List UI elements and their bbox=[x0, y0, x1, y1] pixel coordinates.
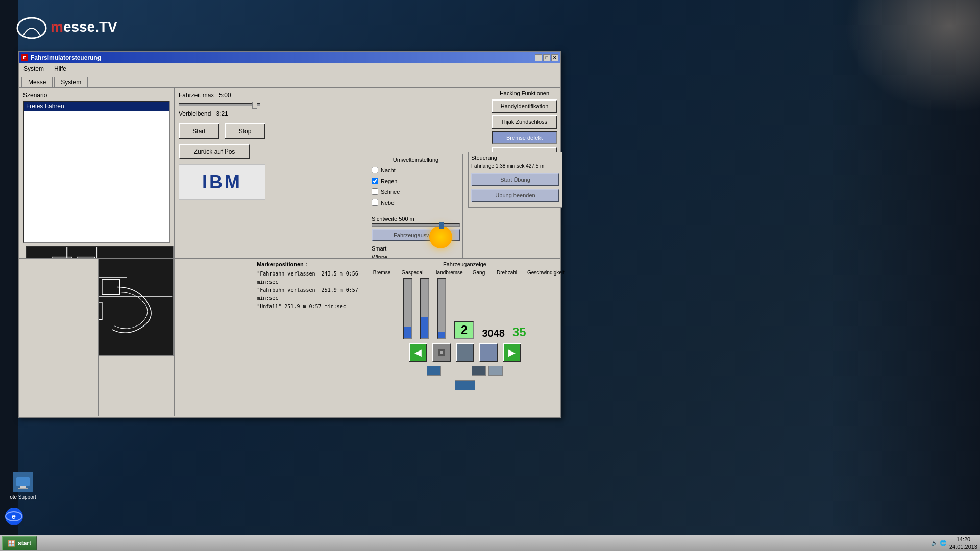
checkbox-schnee-label: Schnee bbox=[381, 189, 400, 195]
hack-btn-handy[interactable]: HandyIdentifikation bbox=[492, 99, 557, 113]
sichtweite-label: Sichtweite 500 m bbox=[372, 216, 460, 222]
drehzahl-label: Drehzahl bbox=[494, 270, 520, 276]
bremse-gauge bbox=[403, 278, 412, 339]
indicator-gray-1 bbox=[488, 366, 503, 376]
handbremse-bar bbox=[437, 278, 446, 339]
indicator-blue-1 bbox=[427, 366, 441, 376]
checkbox-nacht-label: Nacht bbox=[381, 167, 396, 173]
slider-thumb[interactable] bbox=[252, 102, 257, 109]
checkbox-nebel: Nebel bbox=[372, 199, 460, 206]
tray-icon-2: 🌐 bbox=[940, 540, 947, 546]
sichtweite-section: Sichtweite 500 m bbox=[372, 216, 460, 227]
szenario-item-freies-fahren[interactable]: Freies Fahren bbox=[24, 102, 169, 111]
hack-btn-hijak[interactable]: Hijak Zündschloss bbox=[492, 115, 557, 129]
checkbox-regen-input[interactable] bbox=[372, 178, 378, 184]
marker-panel: Markerpositionen : "Fahrbahn verlassen" … bbox=[254, 259, 369, 416]
hack-btn-bremse[interactable]: Bremse defekt bbox=[492, 131, 557, 144]
left-panel bbox=[0, 0, 18, 551]
checkbox-schnee: Schnee bbox=[372, 188, 460, 195]
svg-rect-3 bbox=[18, 488, 28, 489]
zurueck-button[interactable]: Zurück auf Pos bbox=[179, 144, 250, 159]
handbremse-gauge bbox=[437, 278, 446, 339]
close-button[interactable]: ✕ bbox=[551, 54, 558, 61]
slider-container[interactable] bbox=[179, 103, 260, 106]
system-tray: 🔊 🌐 bbox=[931, 540, 947, 546]
handbremse-fill bbox=[438, 332, 445, 338]
menu-hilfe[interactable]: Hilfe bbox=[52, 64, 69, 73]
indicator-dark-1 bbox=[472, 366, 486, 376]
checkbox-nebel-input[interactable] bbox=[372, 199, 378, 206]
svg-text:e: e bbox=[12, 512, 16, 520]
clock-date: 24.01.2013 bbox=[949, 543, 977, 550]
remote-support-icon-img bbox=[13, 472, 33, 492]
clock-time: 14:20 bbox=[949, 536, 977, 543]
arrow-right-button[interactable]: ▶ bbox=[503, 343, 521, 362]
bremse-bar bbox=[403, 278, 412, 339]
center-button[interactable] bbox=[432, 343, 451, 362]
maximize-button[interactable]: □ bbox=[543, 54, 550, 61]
bremse-label: Bremse bbox=[372, 270, 392, 276]
bottom-section: Markerpositionen : "Fahrbahn verlassen" … bbox=[19, 258, 560, 416]
minimize-button[interactable]: — bbox=[535, 54, 542, 61]
arrow-section: ◀ ▶ bbox=[372, 343, 558, 362]
window-content: Szenario Freies Fahren bbox=[19, 88, 560, 416]
fahrzeit-label: Fahrzeit max bbox=[179, 92, 214, 99]
umwelt-title: Umwelteinstellung bbox=[372, 157, 460, 163]
gaspedal-bar bbox=[420, 278, 429, 339]
szenario-listbox[interactable]: Freies Fahren bbox=[23, 101, 170, 243]
main-window: F Fahrsimulatorsteuerung — □ ✕ System Hi… bbox=[18, 51, 561, 418]
sichtweite-slider[interactable] bbox=[372, 223, 460, 227]
menu-system[interactable]: System bbox=[21, 64, 46, 73]
tab-messe[interactable]: Messe bbox=[21, 77, 53, 87]
marker-log-item-2: "Unfall" 251.9 m 0:57 min:sec bbox=[257, 303, 366, 311]
sichtweite-thumb[interactable] bbox=[439, 222, 444, 229]
szenario-label: Szenario bbox=[23, 92, 170, 99]
ibm-logo-text: IBM bbox=[202, 171, 242, 193]
checkbox-nacht-input[interactable] bbox=[372, 167, 378, 173]
start-button[interactable]: Start bbox=[179, 123, 219, 139]
handbremse-label: Handbremse bbox=[433, 270, 463, 276]
geschwindigkeit-label: Geschwindigkeit bbox=[527, 270, 558, 276]
steuerung-title: Steuerung bbox=[471, 155, 559, 161]
marker-log: "Fahrbahn verlassen" 243.5 m 0:56 min:se… bbox=[257, 270, 366, 311]
drehzahl-display: 3048 bbox=[482, 328, 505, 339]
window-menubar: System Hilfe bbox=[19, 63, 560, 74]
svg-rect-1 bbox=[16, 477, 30, 486]
app-icon: F bbox=[21, 54, 28, 61]
gang-label: Gang bbox=[471, 270, 486, 276]
marker-log-item-0: "Fahrbahn verlassen" 243.5 m 0:56 min:se… bbox=[257, 270, 366, 286]
fahrzeit-value: 5:00 bbox=[219, 92, 231, 99]
bottom-left-spacer bbox=[19, 259, 99, 416]
svg-rect-2 bbox=[20, 486, 26, 488]
stop-button[interactable]: Stop bbox=[225, 123, 265, 139]
indicator-row-top bbox=[372, 366, 558, 376]
checkbox-schnee-input[interactable] bbox=[372, 188, 378, 195]
ie-icon[interactable]: e bbox=[5, 508, 23, 525]
hacking-title: Hacking Funktionen bbox=[492, 90, 557, 96]
desktop: messe.TV ote Support e F Fahrsimulatorst… bbox=[0, 0, 980, 551]
slider-track[interactable] bbox=[179, 103, 260, 106]
remote-support-label: ote Support bbox=[10, 494, 36, 500]
gaspedal-fill bbox=[421, 317, 428, 338]
verbleibend-value: 3:21 bbox=[216, 110, 228, 117]
messe-tv-logo: messe.TV bbox=[15, 15, 117, 41]
uebung-beenden-button[interactable]: Übung beenden bbox=[471, 189, 559, 202]
drehzahl-value: 3048 bbox=[482, 328, 505, 339]
square-btn-1[interactable] bbox=[456, 343, 474, 362]
checkbox-nebel-label: Nebel bbox=[381, 199, 396, 206]
marker-title: Markerpositionen : bbox=[257, 261, 366, 267]
tab-system[interactable]: System bbox=[54, 77, 88, 87]
bremse-fill bbox=[404, 327, 411, 338]
fahrzeug-gauges-row: 2 3048 35 bbox=[372, 278, 558, 339]
square-btn-2[interactable] bbox=[479, 343, 498, 362]
remote-support-icon[interactable]: ote Support bbox=[5, 472, 41, 500]
speed-value: 35 bbox=[512, 325, 526, 339]
start-uebung-button[interactable]: Start Übung bbox=[471, 173, 559, 186]
checkbox-regen-label: Regen bbox=[381, 178, 397, 184]
taskbar-right: 🔊 🌐 14:20 24.01.2013 bbox=[931, 536, 980, 550]
start-menu-button[interactable]: 🪟 start bbox=[2, 536, 37, 550]
arrow-left-button[interactable]: ◀ bbox=[409, 343, 427, 362]
control-buttons: Start Stop bbox=[179, 123, 485, 139]
tab-bar: Messe System bbox=[19, 74, 560, 88]
logo-text: esse.TV bbox=[63, 19, 117, 35]
